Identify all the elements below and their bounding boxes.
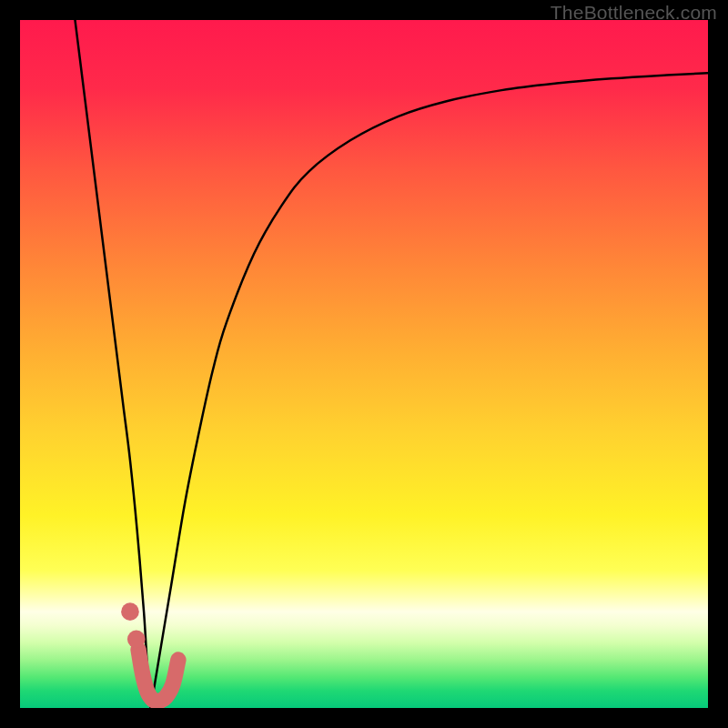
- chart-stage: TheBottleneck.com: [0, 0, 728, 728]
- marker-dot-lower: [127, 631, 146, 649]
- marker-dot-upper: [121, 602, 139, 621]
- gradient-background: [20, 20, 708, 708]
- plot-area: [20, 20, 708, 708]
- chart-svg: [20, 20, 708, 708]
